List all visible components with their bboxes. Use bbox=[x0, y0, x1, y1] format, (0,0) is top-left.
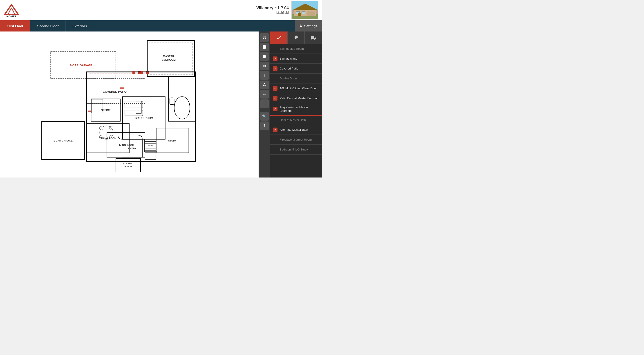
svg-rect-67 bbox=[140, 71, 143, 74]
house-thumbnail bbox=[292, 1, 318, 19]
floor-plan-area[interactable]: MASTER BEDROOM COVERED PATIO 3-CAR GARAG… bbox=[0, 32, 258, 178]
svg-text:GREAT ROOM: GREAT ROOM bbox=[135, 117, 153, 120]
svg-marker-0 bbox=[4, 5, 18, 15]
tabs-bar: First Floor Second Floor Exteriors ⚙ Set… bbox=[0, 20, 322, 32]
svg-text:BEDROOM: BEDROOM bbox=[162, 58, 176, 61]
header-title: Villandry ~ LP 04 Litchfield bbox=[256, 6, 289, 15]
av-homes-logo: HOMES bbox=[4, 3, 19, 17]
tool-separator bbox=[260, 110, 269, 110]
header-right: Villandry ~ LP 04 Litchfield bbox=[256, 1, 318, 19]
svg-rect-11 bbox=[302, 12, 305, 14]
header: HOMES Villandry ~ LP 04 Litchfield bbox=[0, 0, 322, 20]
svg-text:DINING ROOM: DINING ROOM bbox=[100, 137, 116, 140]
toolbar: ⇔ ↑ A ✏ ⛶ 🔍 ? bbox=[258, 32, 270, 178]
tab-first-floor[interactable]: First Floor bbox=[0, 20, 30, 32]
svg-text:STUDY: STUDY bbox=[168, 139, 177, 142]
zoom-button[interactable]: 🔍 bbox=[260, 112, 269, 121]
tab-exteriors[interactable]: Exteriors bbox=[66, 20, 94, 32]
up-button[interactable]: ↑ bbox=[260, 71, 269, 80]
option-double-doors[interactable]: Double Doors bbox=[270, 74, 322, 84]
option-door-master-bath[interactable]: Door at Master Bath bbox=[270, 115, 322, 125]
option-fireplace[interactable]: Fireplace at Great Room bbox=[270, 135, 322, 145]
checkbox-sink-island: ✓ bbox=[273, 57, 278, 61]
property-location: Litchfield bbox=[256, 11, 289, 15]
floor-plan-svg: MASTER BEDROOM COVERED PATIO 3-CAR GARAG… bbox=[0, 32, 258, 178]
option-sink-mud-room[interactable]: Sink at Mud Room bbox=[270, 44, 322, 54]
checkbox-alt-master-bath: ✓ bbox=[273, 128, 278, 132]
svg-rect-9 bbox=[308, 12, 315, 16]
panel-tab-options[interactable] bbox=[270, 32, 288, 44]
logo-area: HOMES bbox=[4, 3, 19, 17]
svg-text:HOMES: HOMES bbox=[6, 15, 17, 17]
panel-tabs bbox=[270, 32, 322, 44]
svg-text:COVERED PATIO: COVERED PATIO bbox=[103, 90, 126, 93]
property-name: Villandry ~ LP 04 bbox=[256, 6, 289, 11]
svg-text:ENTRY: ENTRY bbox=[128, 147, 136, 150]
checkbox-patio-door: ✓ bbox=[273, 96, 278, 101]
option-covered-patio[interactable]: ✓ Covered Patio bbox=[270, 64, 322, 74]
panel-tab-furniture[interactable] bbox=[305, 32, 322, 44]
svg-rect-13 bbox=[22, 32, 237, 178]
svg-text:1-CAR GARAGE: 1-CAR GARAGE bbox=[54, 139, 73, 142]
swap-button[interactable]: ⇔ bbox=[260, 62, 269, 70]
checkbox-tray-ceiling: ✓ bbox=[273, 107, 278, 111]
option-bedroom5[interactable]: Bedroom 5 ILO Study bbox=[270, 145, 322, 155]
option-patio-door[interactable]: ✓ Patio Door at Master Bedroom bbox=[270, 93, 322, 103]
svg-text:3-CAR GARAGE: 3-CAR GARAGE bbox=[70, 64, 92, 67]
right-panel: Sink at Mud Room ✓ Sink at Island ✓ Cove… bbox=[270, 32, 322, 178]
fullscreen-button[interactable]: ⛶ bbox=[260, 99, 269, 108]
refresh-button[interactable] bbox=[260, 52, 269, 61]
help-button[interactable]: ? bbox=[260, 122, 269, 130]
main-content: MASTER BEDROOM COVERED PATIO 3-CAR GARAG… bbox=[0, 32, 322, 178]
save-button[interactable] bbox=[260, 33, 269, 42]
option-tray-ceiling[interactable]: ✓ Tray Ceiling at Master Bedroom bbox=[270, 103, 322, 115]
text-button[interactable]: A bbox=[260, 81, 269, 89]
svg-rect-12 bbox=[298, 13, 301, 16]
settings-button[interactable]: ⚙ Settings bbox=[295, 20, 322, 32]
option-alt-master-bath[interactable]: ✓ Alternate Master Bath bbox=[270, 125, 322, 135]
gear-icon: ⚙ bbox=[300, 24, 302, 28]
print-button[interactable] bbox=[260, 43, 269, 51]
edit-button[interactable]: ✏ bbox=[260, 90, 269, 99]
svg-text:COVERED: COVERED bbox=[123, 162, 133, 165]
svg-text:OFFICE: OFFICE bbox=[101, 109, 111, 112]
svg-text:PORCH: PORCH bbox=[124, 165, 132, 168]
panel-tab-lighting[interactable] bbox=[288, 32, 305, 44]
svg-text:LIVING ROOM: LIVING ROOM bbox=[118, 144, 134, 146]
svg-text:MASTER: MASTER bbox=[163, 55, 174, 58]
svg-rect-68 bbox=[132, 71, 135, 74]
option-multi-sliding[interactable]: ✓ 16ft Multi-Sliding Glass Door bbox=[270, 84, 322, 93]
svg-text:STOR.: STOR. bbox=[148, 144, 154, 146]
tab-second-floor[interactable]: Second Floor bbox=[30, 20, 66, 32]
option-sink-island[interactable]: ✓ Sink at Island bbox=[270, 54, 322, 64]
checkbox-multi-sliding: ✓ bbox=[273, 86, 278, 91]
options-list: Sink at Mud Room ✓ Sink at Island ✓ Cove… bbox=[270, 44, 322, 178]
checkbox-covered-patio: ✓ bbox=[273, 66, 278, 71]
